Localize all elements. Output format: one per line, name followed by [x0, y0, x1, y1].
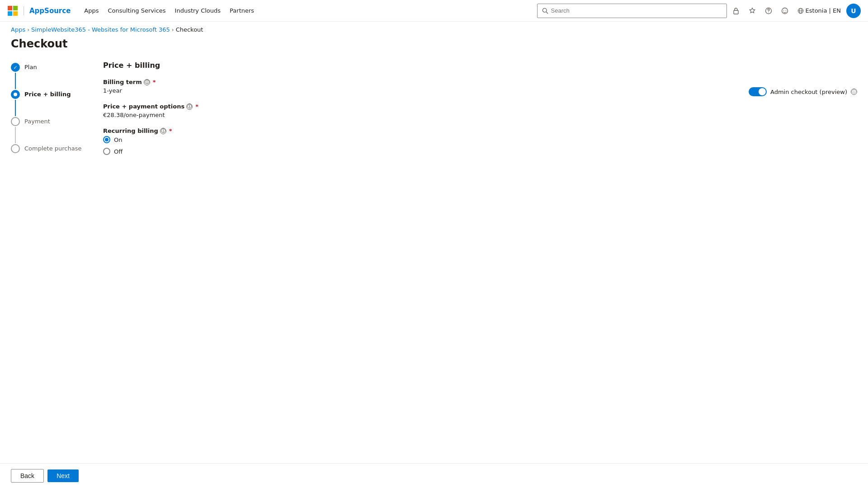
- billing-term-value: 1-year: [103, 87, 857, 94]
- price-options-label: Price + payment options ⓘ *: [103, 103, 857, 110]
- recurring-billing-options: On Off: [103, 136, 857, 155]
- checkout-layout: ✓ Plan Price + billing: [11, 61, 857, 463]
- user-avatar[interactable]: U: [846, 4, 861, 18]
- step-complete-label: Complete purchase: [24, 144, 81, 152]
- globe-icon: [797, 8, 804, 14]
- svg-line-5: [546, 12, 548, 14]
- lock-icon: [732, 7, 740, 14]
- radio-off-label: Off: [114, 148, 123, 155]
- step-complete-circle: [11, 144, 20, 153]
- nav-apps[interactable]: Apps: [80, 0, 103, 22]
- nav-industry[interactable]: Industry Clouds: [170, 0, 226, 22]
- app-header: AppSource Apps Consulting Services Indus…: [0, 0, 868, 22]
- page-title: Checkout: [11, 38, 857, 50]
- radio-on-input[interactable]: [103, 136, 110, 143]
- step-complete: Complete purchase: [11, 144, 92, 153]
- step-price-left: [11, 90, 20, 117]
- billing-term-required: *: [153, 79, 156, 85]
- price-options-info-icon[interactable]: ⓘ: [186, 103, 193, 110]
- next-button[interactable]: Next: [47, 469, 79, 482]
- form-content: Price + billing Billing term ⓘ * 1-year …: [92, 61, 857, 463]
- price-options-block: Price + payment options ⓘ * €28.38/one-p…: [103, 103, 857, 118]
- step-active-dot: [14, 93, 17, 96]
- main-content: Checkout Admin checkout (preview) ⓘ ✓ Pl…: [0, 38, 868, 463]
- nav-partners[interactable]: Partners: [225, 0, 259, 22]
- radio-on[interactable]: On: [103, 136, 857, 143]
- logo-divider: [24, 6, 24, 15]
- step-price-circle: [11, 90, 20, 99]
- page-footer: Back Next: [0, 463, 868, 488]
- breadcrumb: Apps › SimpleWebsite365 - Websites for M…: [0, 22, 868, 38]
- stepper: ✓ Plan Price + billing: [11, 61, 92, 463]
- step-payment-left: [11, 117, 20, 144]
- billing-term-info-icon[interactable]: ⓘ: [144, 79, 150, 85]
- billing-term-label: Billing term ⓘ *: [103, 79, 857, 85]
- step-plan-label: Plan: [24, 63, 37, 70]
- search-input[interactable]: [551, 7, 722, 14]
- breadcrumb-sep-2: ›: [172, 27, 174, 33]
- recurring-billing-info-icon[interactable]: ⓘ: [160, 128, 166, 134]
- lock-icon-btn[interactable]: [729, 4, 743, 18]
- help-icon: [765, 7, 772, 14]
- svg-rect-1: [13, 6, 18, 10]
- recurring-billing-block: Recurring billing ⓘ * On Off: [103, 127, 857, 155]
- radio-off-input[interactable]: [103, 148, 110, 155]
- step-line-2: [15, 100, 16, 116]
- appsource-label[interactable]: AppSource: [29, 7, 71, 15]
- svg-rect-3: [13, 11, 18, 16]
- step-line-3: [15, 127, 16, 143]
- radio-off[interactable]: Off: [103, 148, 857, 155]
- nav-consulting[interactable]: Consulting Services: [104, 0, 170, 22]
- feedback-icon: [781, 7, 788, 14]
- search-icon: [542, 8, 548, 14]
- billing-term-block: Billing term ⓘ * 1-year: [103, 79, 857, 94]
- step-plan-left: ✓: [11, 63, 20, 90]
- search-box[interactable]: [537, 4, 727, 18]
- breadcrumb-sep-1: ›: [27, 27, 29, 33]
- step-line-1: [15, 73, 16, 89]
- step-plan: ✓ Plan: [11, 63, 92, 90]
- step-payment-label: Payment: [24, 117, 50, 125]
- favorite-icon-btn[interactable]: [745, 4, 760, 18]
- emoji-icon-btn[interactable]: [778, 4, 792, 18]
- step-payment: Payment: [11, 117, 92, 144]
- breadcrumb-apps[interactable]: Apps: [11, 26, 25, 33]
- locale-label: Estonia | EN: [806, 7, 841, 14]
- svg-rect-0: [8, 6, 12, 10]
- svg-rect-6: [734, 10, 738, 14]
- star-icon: [749, 7, 756, 14]
- main-nav: Apps Consulting Services Industry Clouds…: [80, 0, 259, 22]
- back-button[interactable]: Back: [11, 469, 44, 483]
- step-payment-circle: [11, 117, 20, 126]
- svg-rect-2: [8, 11, 12, 16]
- radio-on-label: On: [114, 136, 122, 143]
- price-options-value: €28.38/one-payment: [103, 112, 857, 118]
- step-complete-left: [11, 144, 20, 153]
- recurring-billing-required: *: [169, 127, 172, 134]
- step-price-label: Price + billing: [24, 90, 71, 98]
- header-right: Estonia | EN U: [537, 4, 861, 18]
- svg-point-11: [785, 10, 786, 11]
- price-options-required: *: [195, 103, 198, 110]
- section-title: Price + billing: [103, 61, 857, 70]
- step-plan-circle: ✓: [11, 63, 20, 72]
- svg-point-10: [783, 10, 784, 11]
- breadcrumb-product[interactable]: SimpleWebsite365 - Websites for Microsof…: [31, 26, 170, 33]
- help-icon-btn[interactable]: [761, 4, 776, 18]
- logo-area[interactable]: AppSource: [7, 5, 74, 16]
- locale-btn[interactable]: Estonia | EN: [794, 5, 844, 16]
- avatar-initials: U: [851, 7, 856, 14]
- svg-point-8: [768, 12, 769, 12]
- step-price-billing: Price + billing: [11, 90, 92, 117]
- microsoft-logo: [7, 5, 18, 16]
- recurring-billing-label: Recurring billing ⓘ *: [103, 127, 857, 134]
- breadcrumb-current: Checkout: [176, 26, 203, 33]
